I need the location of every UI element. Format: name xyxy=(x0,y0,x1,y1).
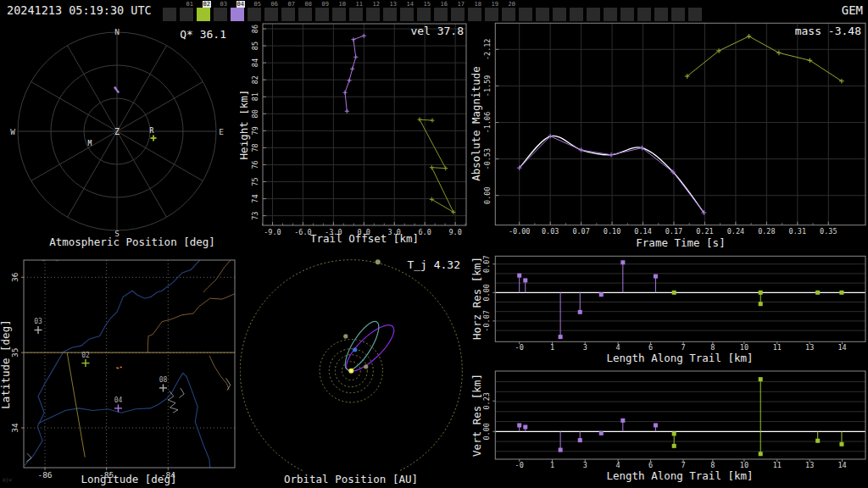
event-tab-16[interactable] xyxy=(434,8,448,21)
event-tab-08[interactable] xyxy=(298,8,312,21)
svg-text:74: 74 xyxy=(251,194,259,202)
event-tab-09[interactable] xyxy=(315,8,329,21)
map-gridlines xyxy=(24,260,235,468)
station-marker-03: 03 xyxy=(34,318,42,334)
event-tab-label: 19 xyxy=(491,1,499,8)
event-tab-label: 01 xyxy=(186,1,194,8)
svg-text:-0: -0 xyxy=(515,343,524,352)
event-tab-06[interactable] xyxy=(264,8,278,21)
vert-res-green xyxy=(672,377,844,456)
moon-label: M xyxy=(88,140,92,147)
event-tab-blank[interactable] xyxy=(637,8,651,21)
gridlines xyxy=(495,382,865,452)
lightcurve-chart: -0.000.030.070.100.140.170.210.240.280.3… xyxy=(483,23,865,236)
river-main-upper xyxy=(64,258,202,352)
event-tab-20[interactable] xyxy=(502,8,515,21)
border-brown-northeast xyxy=(203,256,234,292)
event-tab-blank[interactable] xyxy=(570,8,583,21)
event-tab-blank[interactable] xyxy=(688,8,702,21)
svg-text:11: 11 xyxy=(773,461,782,469)
event-tab-07[interactable] xyxy=(281,8,295,21)
height-ylabel: Height [km] xyxy=(240,90,250,160)
event-tab-15[interactable] xyxy=(417,8,431,21)
event-tab-02[interactable] xyxy=(197,8,210,21)
svg-text:1: 1 xyxy=(550,461,554,469)
cardinal-w: W xyxy=(10,127,15,136)
event-tab-blank[interactable] xyxy=(519,8,532,21)
svg-text:13: 13 xyxy=(805,343,814,352)
lightcurve-green xyxy=(685,34,844,83)
svg-text:84: 84 xyxy=(251,58,259,67)
panel-ground-map: -86-85-8436353403020804 Latitude [deg] L… xyxy=(0,254,240,488)
event-tab-13[interactable] xyxy=(383,8,397,21)
svg-text:02: 02 xyxy=(81,352,90,359)
event-tab-03[interactable] xyxy=(214,8,227,21)
svg-text:7: 7 xyxy=(682,461,686,469)
event-tab-label: 02 xyxy=(203,1,211,8)
event-tab-label: 03 xyxy=(220,1,228,8)
longitude-xlabel: Longitude [deg] xyxy=(81,473,177,485)
event-tab-19[interactable] xyxy=(485,8,498,21)
event-tab-label: 16 xyxy=(440,1,448,8)
svg-text:4: 4 xyxy=(616,343,620,352)
axes-ticks: -9.0-6.0-3.00.03.06.09.08685848281807978… xyxy=(251,25,465,236)
station-marker-04: 04 xyxy=(114,396,123,413)
horz-res-xlabel: Length Along Trail [km] xyxy=(606,352,753,364)
horz-res-purple xyxy=(517,260,658,339)
event-tab-label: 11 xyxy=(355,1,364,8)
city-boundary xyxy=(168,391,178,413)
earth-dot xyxy=(353,347,357,352)
magnitude-ylabel: Absolute Magnitude xyxy=(471,66,482,180)
svg-text:0.14: 0.14 xyxy=(634,227,651,236)
event-tab-blank[interactable] xyxy=(553,8,566,21)
event-tab-12[interactable] xyxy=(366,8,380,21)
axes-ticks: -0.000.030.070.100.140.170.210.240.280.3… xyxy=(483,39,837,236)
event-tab-blank[interactable] xyxy=(163,8,176,21)
svg-text:-6.0: -6.0 xyxy=(294,228,311,236)
event-tab-04[interactable] xyxy=(231,8,244,21)
panel-lightcurve: -0.000.030.070.100.140.170.210.240.280.3… xyxy=(471,22,868,254)
event-tab-14[interactable] xyxy=(400,8,414,21)
map-axes: -86-85-84363534 xyxy=(10,272,175,480)
event-tab-blank[interactable] xyxy=(536,8,549,21)
event-tab-label: 07 xyxy=(287,1,296,8)
event-tab-11[interactable] xyxy=(349,8,363,21)
event-tab-blank[interactable] xyxy=(587,8,600,21)
svg-text:0.07: 0.07 xyxy=(482,255,491,272)
svg-text:0.03: 0.03 xyxy=(542,227,559,236)
svg-text:-0.53: -0.53 xyxy=(483,148,492,170)
event-tab-blank[interactable] xyxy=(620,8,634,21)
event-tab-label: 15 xyxy=(423,1,431,8)
event-tab-18[interactable] xyxy=(468,8,481,21)
svg-text:0.31: 0.31 xyxy=(789,227,806,236)
svg-text:10: 10 xyxy=(740,461,748,469)
event-tab-17[interactable] xyxy=(451,8,465,21)
mars-dot xyxy=(343,334,348,338)
horz-res-ylabel: Horz Res [km] xyxy=(471,257,483,340)
river-east xyxy=(183,373,210,468)
panel-residuals: -0134678101113140.070.00-0.07-0134678101… xyxy=(471,254,868,488)
svg-text:85: 85 xyxy=(251,42,259,50)
event-tab-label: 18 xyxy=(474,1,482,8)
height-trail-chart: -9.0-6.0-3.00.03.06.09.08685848281807978… xyxy=(251,24,466,236)
event-tab-label: 10 xyxy=(338,1,347,8)
svg-text:34: 34 xyxy=(10,423,19,433)
vert-res-xlabel: Length Along Trail [km] xyxy=(606,469,753,482)
svg-text:0.10: 0.10 xyxy=(604,227,620,236)
event-tab-blank[interactable] xyxy=(671,8,685,21)
svg-text:0.35: 0.35 xyxy=(820,227,837,236)
event-tab-blank[interactable] xyxy=(654,8,668,21)
svg-text:6.0: 6.0 xyxy=(419,228,431,236)
jupiter-dot xyxy=(376,259,381,264)
event-tab-10[interactable] xyxy=(332,8,346,21)
svg-text:9.0: 9.0 xyxy=(448,228,461,236)
svg-text:-0.00: -0.00 xyxy=(509,227,531,236)
svg-text:0.00: 0.00 xyxy=(482,423,491,440)
event-tab-01[interactable] xyxy=(180,8,193,21)
svg-text:-0.07: -0.07 xyxy=(482,310,491,332)
svg-text:0.17: 0.17 xyxy=(665,227,682,236)
event-tab-blank[interactable] xyxy=(604,8,617,21)
event-tab-05[interactable] xyxy=(248,8,261,21)
svg-text:13: 13 xyxy=(805,461,814,469)
polar-title: Atmospheric Position [deg] xyxy=(49,236,215,248)
